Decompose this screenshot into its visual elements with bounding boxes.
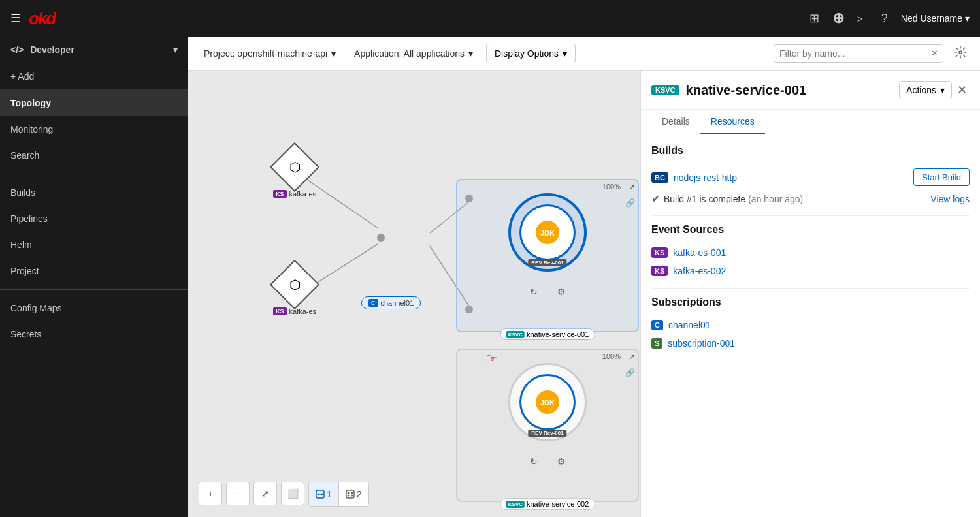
kafka-es-001-link[interactable]: kafka-es-001 [673,247,726,258]
group1-label: 1 [327,489,332,499]
subscription-channel01-item: C channel01 [651,316,970,334]
channel01-link[interactable]: channel01 [668,320,711,330]
group1-button[interactable]: 1 [309,482,339,506]
knative-001-settings-icon[interactable]: ⚙ [557,287,566,297]
top-navigation: ☰ okd ⊞ ⊕ >_ ? Ned Username ▾ [0,0,980,37]
knative-002-external-link[interactable]: ↗ [629,352,635,362]
clear-filter-icon[interactable]: × [932,48,938,59]
build-status-check-icon: ✔ [651,193,660,205]
s-badge: S [651,338,662,349]
group2-icon [346,490,355,499]
sidebar-item-topology[interactable]: Topology [0,90,188,116]
project-dropdown-chevron: ▾ [331,48,336,59]
knative-001-link-icon[interactable]: 🔗 [625,198,635,208]
svg-point-20 [351,495,353,497]
bc-resource-item: BC nodejs-rest-http Start Build [651,164,970,190]
c-badge: C [651,320,663,330]
filter-input[interactable] [779,48,932,59]
sidebar-item-monitoring[interactable]: Monitoring [0,116,188,142]
bc-resource-left: BC nodejs-rest-http [651,172,737,183]
knative-001-refresh-icon[interactable]: ↻ [530,287,538,297]
hamburger-menu[interactable]: ☰ [10,11,21,25]
tab-resources[interactable]: Resources [700,110,765,134]
help-icon[interactable]: ? [881,12,888,25]
sidebar-item-search[interactable]: Search [0,142,188,168]
openjdk-002-icon: JDK [535,390,560,415]
display-options-button[interactable]: Display Options ▾ [486,44,576,63]
knative-001-percent: 100% [602,183,621,191]
sidebar-add-button[interactable]: + Add [0,63,188,90]
channel01-node[interactable]: C channel01 [361,296,421,309]
sidebar: </> Developer ▾ + Add Topology Monitorin… [0,37,188,517]
group-toggle: 1 2 [308,482,369,507]
subscriptions-section-title: Subscriptions [651,296,970,308]
actions-chevron-icon: ▾ [940,85,945,95]
project-selector[interactable]: Project: openshift-machine-api ▾ [199,46,341,61]
knative-001-external-link[interactable]: ↗ [629,183,635,192]
knative-002-settings-icon[interactable]: ⚙ [557,456,566,467]
knative-002-inner-circle: JDK [519,374,576,430]
subscription-001-link[interactable]: subscription-001 [668,338,735,349]
side-panel-content: Builds BC nodejs-rest-http Start Build ✔… [641,134,980,363]
sidebar-item-project[interactable]: Project [0,258,188,284]
topology-settings-icon[interactable] [951,43,970,64]
side-panel-resource-title: knative-service-001 [686,83,807,98]
actions-dropdown-button[interactable]: Actions ▾ [899,81,952,99]
expand-button[interactable]: ⬜ [281,482,304,505]
sidebar-item-secrets[interactable]: Secrets [0,321,188,347]
kafka-bottom-node[interactable]: ⬡ KS kafka-es [273,267,316,315]
user-menu[interactable]: Ned Username ▾ [901,13,970,24]
side-panel-actions: Actions ▾ ✕ [899,80,970,100]
okd-logo: okd [29,8,55,29]
ks-badge-001: KS [651,247,668,258]
developer-mode-selector[interactable]: </> Developer ▾ [0,37,188,63]
developer-mode-label: </> Developer [10,44,74,55]
terminal-icon[interactable]: >_ [857,13,868,24]
topology-canvas[interactable]: ⬡ KS kafka-es ⬡ KS kafka-es [188,71,640,517]
svg-line-1 [306,179,378,228]
group1-icon [316,490,325,499]
sidebar-item-builds[interactable]: Builds [0,180,188,206]
sidebar-item-config-maps[interactable]: Config Maps [0,295,188,321]
add-icon[interactable]: ⊕ [832,10,844,27]
build-status-text: Build #1 is complete (an hour ago) [664,194,803,204]
main-content: Project: openshift-machine-api ▾ Applica… [188,37,980,517]
subscription-001-left: S subscription-001 [651,338,735,349]
sidebar-item-helm[interactable]: Helm [0,232,188,258]
group2-label: 2 [357,489,362,499]
zoom-in-button[interactable]: + [199,482,222,505]
start-build-button[interactable]: Start Build [913,168,970,186]
ksvc-002-group-name: knative-service-002 [527,500,589,508]
kafka-top-node[interactable]: ⬡ KS kafka-es [273,149,316,198]
kafka-es-002-link[interactable]: kafka-es-002 [673,266,726,276]
username-label: Ned Username [901,13,962,24]
knative-002-outer-circle: JDK REV Rev-001 [508,363,587,441]
svg-point-17 [347,492,349,494]
knative-001-group: 100% ↗ 🔗 JDK [456,179,639,332]
event-source-001-left: KS kafka-es-001 [651,247,726,258]
view-logs-link[interactable]: View logs [930,194,970,204]
sidebar-item-pipelines[interactable]: Pipelines [0,206,188,232]
bc-resource-link[interactable]: nodejs-rest-http [674,172,737,183]
user-dropdown-chevron[interactable]: ▾ [965,13,970,24]
svg-rect-16 [346,490,354,498]
tab-details[interactable]: Details [651,110,700,134]
svg-text:JDK: JDK [540,399,555,407]
close-panel-button[interactable]: ✕ [955,80,970,100]
knative-002-link-icon[interactable]: 🔗 [625,368,635,377]
channel-label: channel01 [381,299,414,307]
app-dropdown-chevron: ▾ [468,48,473,59]
svg-point-18 [351,492,353,494]
event-sources-section-title: Event Sources [651,224,970,236]
openjdk-icon: JDK [535,220,560,245]
knative-002-refresh-icon[interactable]: ↻ [530,456,538,467]
code-icon: </> [10,44,24,55]
subscription-001-item: S subscription-001 [651,334,970,352]
event-source-002-left: KS kafka-es-002 [651,266,726,276]
ksvc-002-group-badge: KSVC [506,501,525,508]
group2-button[interactable]: 2 [339,482,368,506]
app-selector[interactable]: Application: All applications ▾ [349,46,478,61]
fit-to-screen-button[interactable]: ⤢ [253,482,277,505]
apps-grid-icon[interactable]: ⊞ [809,11,819,25]
zoom-out-button[interactable]: − [226,482,250,505]
